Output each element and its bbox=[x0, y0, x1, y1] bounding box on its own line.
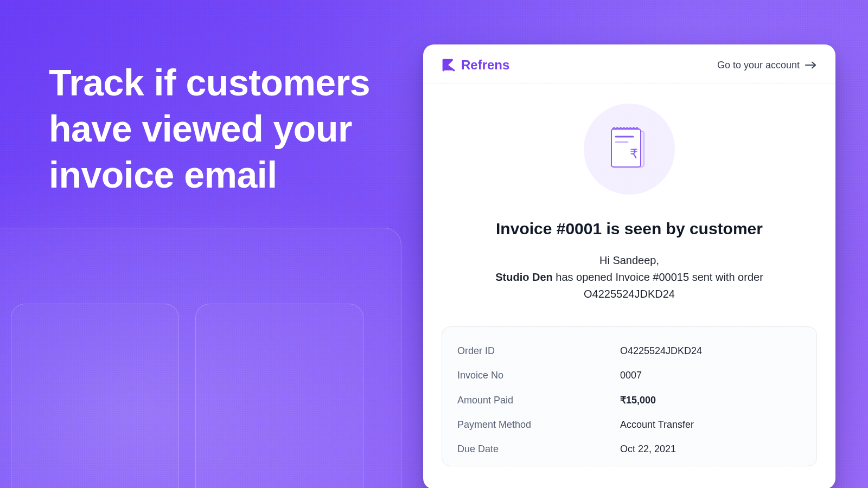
invoice-icon: ₹ bbox=[609, 125, 649, 174]
invoice-illustration: ₹ bbox=[584, 104, 675, 195]
value-amount-paid: ₹15,000 bbox=[620, 394, 656, 406]
decorative-panel bbox=[11, 304, 179, 488]
value-invoice-no: 0007 bbox=[620, 370, 642, 381]
value-due-date: Oct 22, 2021 bbox=[620, 444, 676, 455]
greeting-line: Hi Sandeep, bbox=[495, 252, 763, 269]
body-line: Studio Den has opened Invoice #00015 sen… bbox=[495, 269, 763, 286]
label-order-id: Order ID bbox=[457, 345, 620, 357]
hero-line-3: invoice email bbox=[49, 152, 370, 198]
label-invoice-no: Invoice No bbox=[457, 370, 620, 381]
label-due-date: Due Date bbox=[457, 444, 620, 455]
card-header: Refrens Go to your account bbox=[423, 44, 835, 84]
card-greeting: Hi Sandeep, Studio Den has opened Invoic… bbox=[495, 252, 763, 303]
card-title: Invoice #0001 is seen by customer bbox=[496, 220, 763, 238]
body-rest: has opened Invoice #00015 sent with orde… bbox=[553, 271, 763, 283]
hero-line-1: Track if customers bbox=[49, 60, 370, 106]
account-link-label: Go to your account bbox=[717, 60, 800, 71]
go-to-account-link[interactable]: Go to your account bbox=[717, 60, 817, 71]
detail-row-invoice-no: Invoice No 0007 bbox=[457, 363, 801, 388]
order-ref: O4225524JDKD24 bbox=[495, 286, 763, 303]
arrow-right-icon bbox=[805, 61, 817, 69]
card-hero: ₹ Invoice #0001 is seen by customer Hi S… bbox=[423, 84, 835, 308]
label-amount-paid: Amount Paid bbox=[457, 395, 620, 406]
detail-row-order-id: Order ID O4225524JDKD24 bbox=[457, 339, 801, 363]
detail-row-amount-paid: Amount Paid ₹15,000 bbox=[457, 388, 801, 413]
label-payment-method: Payment Method bbox=[457, 419, 620, 431]
brand: Refrens bbox=[442, 57, 509, 73]
detail-row-payment-method: Payment Method Account Transfer bbox=[457, 413, 801, 437]
detail-row-due-date: Due Date Oct 22, 2021 bbox=[457, 437, 801, 461]
decorative-panel bbox=[195, 304, 363, 488]
invoice-details: Order ID O4225524JDKD24 Invoice No 0007 … bbox=[442, 326, 817, 466]
brand-logo-icon bbox=[442, 58, 456, 72]
svg-text:₹: ₹ bbox=[630, 146, 638, 161]
hero-line-2: have viewed your bbox=[49, 106, 370, 152]
value-payment-method: Account Transfer bbox=[620, 419, 694, 431]
email-preview-card: Refrens Go to your account bbox=[423, 44, 835, 488]
hero-headline: Track if customers have viewed your invo… bbox=[49, 60, 370, 198]
value-order-id: O4225524JDKD24 bbox=[620, 345, 702, 357]
marketing-stage: Track if customers have viewed your invo… bbox=[0, 0, 868, 488]
brand-name: Refrens bbox=[461, 57, 509, 73]
client-name: Studio Den bbox=[495, 271, 553, 283]
